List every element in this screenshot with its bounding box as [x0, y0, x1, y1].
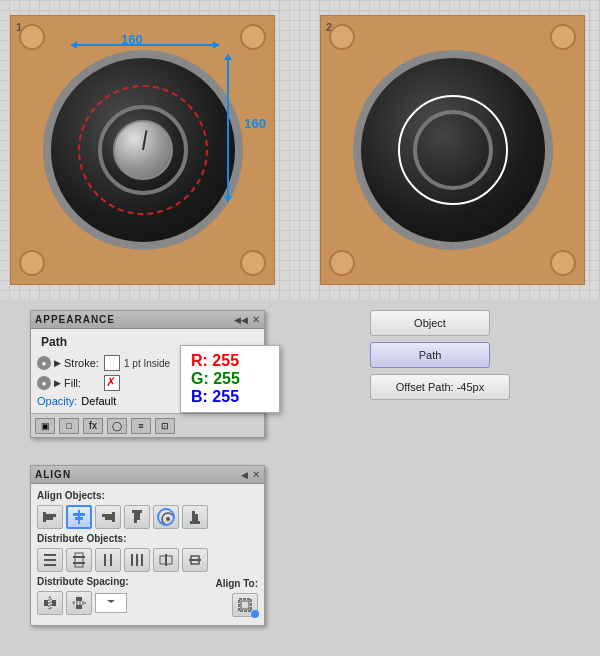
align-panel: ALIGN ◀ ✕ Align Objects:: [30, 465, 265, 626]
svg-rect-5: [75, 517, 83, 520]
align-top-btn[interactable]: [124, 505, 150, 529]
svg-rect-4: [73, 513, 85, 516]
svg-rect-16: [195, 514, 198, 521]
svg-rect-14: [190, 521, 200, 524]
svg-rect-35: [76, 597, 82, 601]
right-panel: Object Path Offset Path: -45px: [370, 310, 520, 406]
distribute-spacing-row: [37, 591, 129, 615]
align-objects-row: [37, 505, 258, 529]
fill-swatch[interactable]: [104, 375, 120, 391]
color-g-value: G: 255: [191, 370, 269, 388]
svg-rect-9: [132, 510, 142, 513]
speaker-inner-left: [98, 105, 188, 195]
corner-circle-tl: [19, 24, 45, 50]
speaker-panel-right: 2: [320, 15, 585, 285]
speaker-panel-left: 1 160 160: [10, 15, 275, 285]
svg-rect-1: [46, 514, 56, 517]
svg-rect-22: [75, 553, 83, 567]
align-close-icon[interactable]: ✕: [252, 469, 260, 480]
stroke-info: 1 pt Inside: [124, 358, 170, 369]
speaker-outer-left: [43, 50, 243, 250]
dist-left-btn[interactable]: [124, 548, 150, 572]
appearance-titlebar: APPEARANCE ◀◀ ✕: [31, 311, 264, 329]
svg-rect-37: [73, 602, 85, 604]
speaker-inner-right: [413, 110, 493, 190]
svg-rect-17: [44, 554, 56, 556]
svg-rect-15: [192, 511, 195, 521]
toolbar-btn-1[interactable]: ▣: [35, 418, 55, 434]
spacing-up-icon: [107, 600, 115, 603]
corner-circle-r-tl: [329, 24, 355, 50]
dim-label-h: 160: [121, 32, 143, 47]
toolbar-btn-circle[interactable]: ◯: [107, 418, 127, 434]
fill-label: Fill:: [64, 377, 104, 389]
dist-bottom-btn[interactable]: [95, 548, 121, 572]
svg-rect-19: [44, 564, 56, 566]
corner-circle-bl: [19, 250, 45, 276]
corner-circle-r-br: [550, 250, 576, 276]
spacing-h-btn[interactable]: [37, 591, 63, 615]
svg-rect-25: [131, 554, 133, 566]
offset-path-button[interactable]: Offset Path: -45px: [370, 374, 510, 400]
svg-rect-6: [112, 512, 115, 522]
dist-right-btn[interactable]: [182, 548, 208, 572]
align-title: ALIGN: [35, 469, 71, 480]
spacing-v-btn[interactable]: [66, 591, 92, 615]
align-to-label: Align To:: [215, 578, 258, 589]
svg-rect-2: [46, 517, 53, 520]
dist-top-btn[interactable]: [37, 548, 63, 572]
toolbar-btn-grid[interactable]: ⊡: [155, 418, 175, 434]
bottom-area: APPEARANCE ◀◀ ✕ Path ● ▶ Stroke: 1 pt In…: [0, 300, 600, 656]
align-objects-label: Align Objects:: [37, 490, 258, 501]
stroke-arrow-icon: ▶: [54, 358, 61, 368]
appearance-collapse-icon[interactable]: ◀◀: [234, 315, 248, 325]
svg-rect-33: [52, 600, 56, 606]
align-left-btn[interactable]: [37, 505, 63, 529]
svg-rect-27: [141, 554, 143, 566]
toolbar-btn-list[interactable]: ≡: [131, 418, 151, 434]
svg-rect-18: [44, 559, 56, 561]
svg-rect-26: [136, 554, 138, 566]
fill-arrow-icon: ▶: [54, 378, 61, 388]
align-center-v-btn[interactable]: [66, 505, 92, 529]
stroke-label: Stroke:: [64, 357, 104, 369]
toolbar-btn-fx[interactable]: fx: [83, 418, 103, 434]
align-titlebar: ALIGN ◀ ✕: [31, 466, 264, 484]
dim-arrow-horizontal: [71, 44, 219, 46]
dist-vcenter-btn[interactable]: [66, 548, 92, 572]
path-button[interactable]: Path: [370, 342, 490, 368]
appearance-toolbar: ▣ □ fx ◯ ≡ ⊡: [31, 413, 264, 437]
stroke-eye-icon[interactable]: ●: [37, 356, 51, 370]
align-right-btn[interactable]: [95, 505, 121, 529]
dim-arrow-vertical: [227, 54, 229, 202]
align-to-button[interactable]: [232, 593, 258, 617]
opacity-value: Default: [81, 395, 116, 407]
align-bottom-btn[interactable]: [182, 505, 208, 529]
distribute-spacing-section: Distribute Spacing:: [37, 576, 258, 619]
opacity-label: Opacity:: [37, 395, 77, 407]
corner-circle-br: [240, 250, 266, 276]
svg-rect-10: [134, 513, 137, 523]
svg-rect-32: [44, 600, 48, 606]
distribute-objects-label: Distribute Objects:: [37, 533, 258, 544]
svg-rect-8: [105, 517, 112, 520]
appearance-close-icon[interactable]: ✕: [252, 314, 260, 325]
spacing-input[interactable]: [95, 593, 127, 613]
object-button[interactable]: Object: [370, 310, 490, 336]
align-collapse-icon[interactable]: ◀: [241, 470, 248, 480]
color-r-value: R: 255: [191, 352, 269, 370]
svg-rect-24: [110, 554, 112, 566]
svg-rect-7: [102, 514, 112, 517]
corner-circle-tr: [240, 24, 266, 50]
dist-hcenter-btn[interactable]: [153, 548, 179, 572]
svg-rect-36: [76, 605, 82, 609]
stroke-swatch[interactable]: [104, 355, 120, 371]
distribute-spacing-label: Distribute Spacing:: [37, 576, 129, 587]
corner-circle-r-bl: [329, 250, 355, 276]
knob-line: [142, 130, 147, 150]
toolbar-btn-2[interactable]: □: [59, 418, 79, 434]
align-center-h-btn[interactable]: [153, 505, 179, 529]
fill-eye-icon[interactable]: ●: [37, 376, 51, 390]
corner-circle-r-tr: [550, 24, 576, 50]
align-to-section: Align To:: [215, 578, 258, 617]
